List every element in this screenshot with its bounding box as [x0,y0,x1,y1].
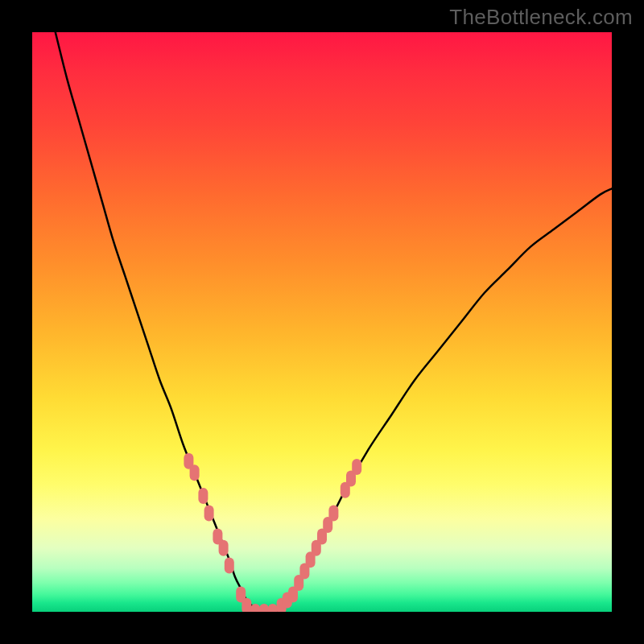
plot-area [32,32,612,612]
curve-marker [219,540,229,556]
marker-group [184,453,361,612]
curve-marker [225,557,234,573]
chart-frame: TheBottleneck.com [0,0,644,644]
curve-marker [204,506,214,522]
bottleneck-curve [56,32,612,612]
curve-marker [328,506,338,522]
watermark-text: TheBottleneck.com [449,5,633,30]
curve-marker [259,604,269,612]
curve-marker [268,604,278,612]
curve-marker [242,598,251,612]
curve-marker [352,459,361,475]
curve-marker [198,488,208,504]
curve-marker [190,464,200,481]
chart-svg [32,32,612,612]
